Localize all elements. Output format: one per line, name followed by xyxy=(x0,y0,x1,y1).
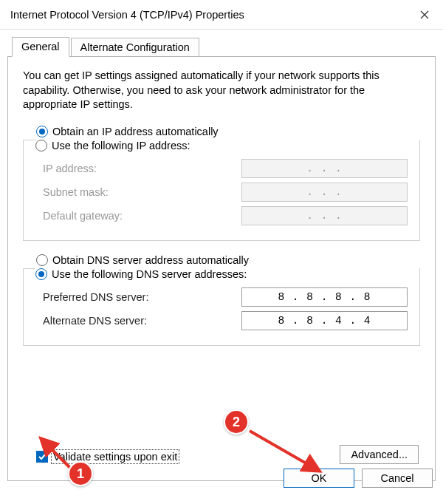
radio-ip-auto[interactable] xyxy=(36,126,48,137)
annotation-arrow-2 xyxy=(245,426,326,475)
alternate-dns-row: Alternate DNS server: 8 . 8 . 4 . 4 xyxy=(43,311,408,330)
window-title: Internet Protocol Version 4 (TCP/IPv4) P… xyxy=(10,9,244,21)
subnet-row: Subnet mask: . . . xyxy=(43,183,408,202)
tab-alternate-label: Alternate Configuration xyxy=(80,41,190,53)
close-icon xyxy=(420,10,429,19)
preferred-dns-input[interactable]: 8 . 8 . 8 . 8 xyxy=(241,287,408,307)
preferred-dns-label: Preferred DNS server: xyxy=(43,291,148,303)
subnet-label: Subnet mask: xyxy=(43,186,109,198)
radio-ip-auto-label: Obtain an IP address automatically xyxy=(52,126,219,137)
tab-general-label: General xyxy=(21,41,60,52)
titlebar: Internet Protocol Version 4 (TCP/IPv4) P… xyxy=(0,0,443,30)
annotation-badge-1: 1 xyxy=(68,461,93,486)
radio-dns-auto[interactable] xyxy=(36,254,48,266)
tab-strip: General Alternate Configuration xyxy=(7,37,436,57)
radio-dns-manual-label: Use the following DNS server addresses: xyxy=(52,268,247,280)
close-button[interactable] xyxy=(406,0,443,30)
intro-text: You can get IP settings assigned automat… xyxy=(23,69,420,112)
annotation-badge-2-text: 2 xyxy=(233,415,240,430)
tab-panel-general: You can get IP settings assigned automat… xyxy=(7,56,436,481)
tab-alternate[interactable]: Alternate Configuration xyxy=(71,38,199,57)
ip-manual-group: Use the following IP address: IP address… xyxy=(23,140,420,241)
dns-manual-row[interactable]: Use the following DNS server addresses: xyxy=(35,268,253,280)
gateway-label: Default gateway: xyxy=(43,210,123,222)
gateway-row: Default gateway: . . . xyxy=(43,206,408,225)
dns-auto-row[interactable]: Obtain DNS server address automatically xyxy=(36,254,420,266)
svg-line-3 xyxy=(250,431,319,471)
dns-manual-group: Use the following DNS server addresses: … xyxy=(23,268,420,346)
alternate-dns-label: Alternate DNS server: xyxy=(43,315,147,327)
alternate-dns-input[interactable]: 8 . 8 . 4 . 4 xyxy=(241,311,408,330)
cancel-button[interactable]: Cancel xyxy=(362,469,433,488)
ip-address-row: IP address: . . . xyxy=(43,159,408,178)
ip-auto-row[interactable]: Obtain an IP address automatically xyxy=(36,126,420,137)
advanced-button[interactable]: Advanced... xyxy=(340,445,419,464)
ip-address-input: . . . xyxy=(241,159,408,178)
subnet-input: . . . xyxy=(241,183,408,202)
gateway-input: . . . xyxy=(241,206,408,225)
svg-line-2 xyxy=(41,439,72,470)
annotation-badge-2: 2 xyxy=(224,409,249,435)
annotation-badge-1-text: 1 xyxy=(77,466,84,482)
tab-general[interactable]: General xyxy=(12,37,69,57)
cancel-button-label: Cancel xyxy=(380,472,413,484)
ip-manual-row[interactable]: Use the following IP address: xyxy=(35,140,196,151)
radio-dns-auto-label: Obtain DNS server address automatically xyxy=(52,254,249,266)
radio-ip-manual-label: Use the following IP address: xyxy=(52,140,190,151)
preferred-dns-row: Preferred DNS server: 8 . 8 . 8 . 8 xyxy=(43,287,408,307)
ip-address-label: IP address: xyxy=(43,163,97,174)
radio-ip-manual[interactable] xyxy=(35,140,47,151)
radio-dns-manual[interactable] xyxy=(35,268,47,280)
advanced-button-label: Advanced... xyxy=(351,449,408,460)
window-body: General Alternate Configuration You can … xyxy=(0,30,443,495)
